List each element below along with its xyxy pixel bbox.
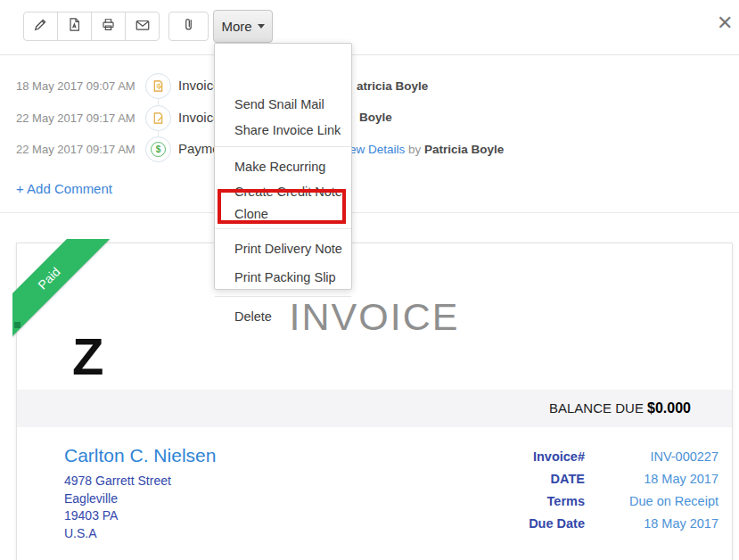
attach-button[interactable] xyxy=(168,12,209,41)
pencil-icon xyxy=(33,17,48,36)
printer-icon xyxy=(101,17,116,36)
close-icon[interactable]: ✕ xyxy=(717,13,733,33)
menu-item-create-credit-note[interactable]: Create Credit Note xyxy=(215,181,351,202)
detail-value: INV-000227 xyxy=(400,449,718,464)
menu-item-clone[interactable]: Clone xyxy=(215,203,351,225)
pdf-button[interactable] xyxy=(57,12,92,41)
detail-value: 18 May 2017 xyxy=(400,472,718,486)
add-comment-link[interactable]: + Add Comment xyxy=(16,181,112,196)
customer-name[interactable]: Carlton C. Nielsen xyxy=(64,445,216,466)
timeline-user-fragment: ew Details by Patricia Boyle xyxy=(349,143,504,156)
toolbar-button-group xyxy=(23,12,160,41)
menu-item-make-recurring[interactable]: Make Recurring xyxy=(215,156,351,177)
detail-value: Due on Receipt xyxy=(400,494,718,508)
menu-item-share-invoice-link[interactable]: Share Invoice Link xyxy=(215,119,351,141)
balance-due-label: BALANCE DUE xyxy=(549,400,644,416)
invoice-sent-icon xyxy=(145,105,171,131)
balance-due-bar: BALANCE DUE $0.000 xyxy=(17,390,732,427)
more-button[interactable]: More xyxy=(213,10,273,43)
payment-icon: $ xyxy=(145,136,171,162)
timeline-date: 22 May 2017 09:17 AM xyxy=(16,143,135,156)
invoice-title: INVOICE xyxy=(17,295,732,339)
menu-divider xyxy=(215,146,351,147)
balance-due-value: $0.000 xyxy=(647,400,691,416)
menu-item-send-snail-mail[interactable]: Send Snail Mail xyxy=(215,94,351,115)
invoice-detail-row: Due Date 18 May 2017 xyxy=(400,516,721,534)
email-button[interactable] xyxy=(125,12,160,41)
invoice-created-icon xyxy=(145,73,171,99)
timeline-user-fragment: atricia Boyle xyxy=(357,79,428,93)
menu-item-print-packing-slip[interactable]: Print Packing Slip xyxy=(215,267,351,288)
timeline-date: 18 May 2017 09:07 AM xyxy=(16,79,135,93)
menu-divider xyxy=(215,228,351,229)
edit-button[interactable] xyxy=(23,12,58,41)
menu-item-print-delivery-note[interactable]: Print Delivery Note xyxy=(215,238,351,259)
invoice-detail-row: Invoice# INV-000227 xyxy=(400,449,721,467)
section-divider xyxy=(0,212,739,213)
print-button[interactable] xyxy=(91,12,126,41)
timeline-user-fragment: Boyle xyxy=(359,111,392,124)
toolbar: More ✕ xyxy=(0,0,739,55)
customer-address-line: 4978 Garrett Street xyxy=(64,473,216,490)
detail-value: 18 May 2017 xyxy=(400,516,718,531)
menu-divider xyxy=(215,296,351,297)
invoice-detail-row: DATE 18 May 2017 xyxy=(400,472,721,490)
timeline-date: 22 May 2017 09:17 AM xyxy=(16,111,135,125)
menu-item-delete[interactable]: Delete xyxy=(215,306,351,327)
customer-address-line: Eagleville xyxy=(64,490,216,508)
invoice-preview: Paid INVOICE Z BALANCE DUE $0.000 Carlto… xyxy=(16,243,733,560)
by-text: by xyxy=(408,143,421,156)
view-details-link[interactable]: ew Details xyxy=(349,143,405,156)
customer-address-line: 19403 PA xyxy=(64,507,216,525)
invoice-detail-page: More ✕ 18 May 2017 09:07 AM 22 May 2017 … xyxy=(0,0,739,560)
chevron-down-icon xyxy=(258,24,265,29)
more-dropdown-menu: Send Snail Mail Share Invoice Link Make … xyxy=(214,43,352,290)
customer-address-line: U.S.A xyxy=(64,525,216,543)
user-name: Patricia Boyle xyxy=(424,143,504,156)
paperclip-icon xyxy=(181,17,196,36)
company-logo: Z xyxy=(72,326,103,386)
customer-block: Carlton C. Nielsen 4978 Garrett Street E… xyxy=(64,445,216,542)
invoice-detail-row: Terms Due on Receipt xyxy=(400,494,721,512)
dollar-icon: $ xyxy=(151,142,166,157)
more-button-label: More xyxy=(221,19,251,34)
envelope-icon xyxy=(135,18,151,36)
pdf-icon xyxy=(67,17,82,36)
